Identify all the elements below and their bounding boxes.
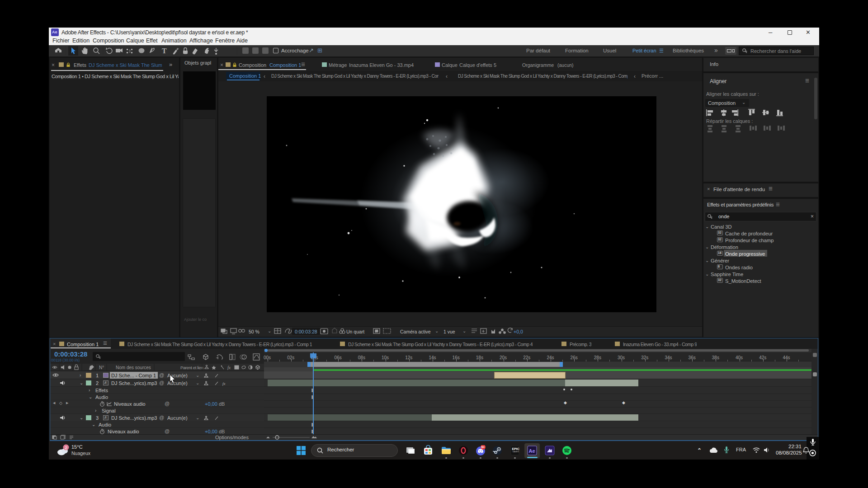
svg-text:T: T [162, 47, 167, 55]
svg-text:EPIC: EPIC [512, 447, 519, 450]
svg-text:Nom des sources: Nom des sources [116, 365, 151, 370]
svg-text:2: 2 [65, 446, 67, 450]
svg-text:fx: fx [227, 365, 231, 370]
svg-text:GAMES: GAMES [513, 450, 519, 453]
svg-text:Parent et lien: Parent et lien [180, 365, 203, 370]
svg-text:9+: 9+ [481, 446, 485, 449]
svg-text:Ae: Ae [529, 448, 535, 454]
svg-text:N°: N° [99, 365, 104, 370]
svg-text:fx: fx [222, 381, 226, 386]
